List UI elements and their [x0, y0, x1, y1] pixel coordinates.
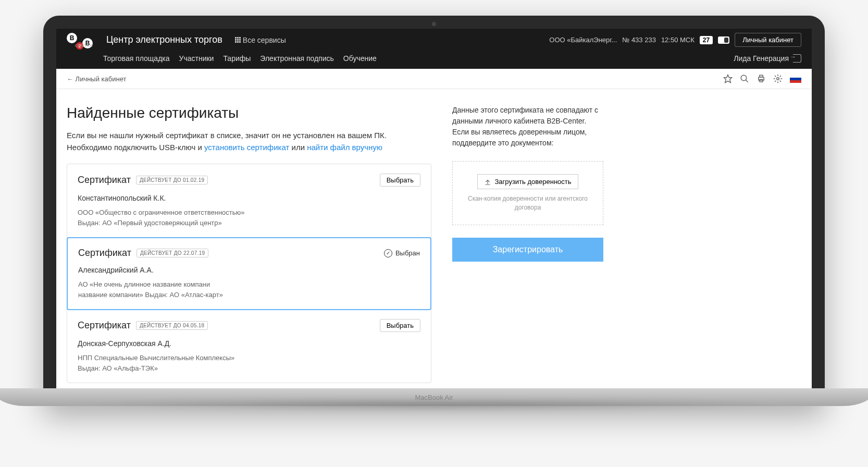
logo-subtext: CENTER [75, 44, 93, 47]
cert-person: Донская-Серпуховская А.Д. [78, 339, 420, 348]
warning-text: Данные этого сертификата не совпадают с … [452, 105, 603, 149]
cert-validity-badge: ДЕЙСТВУЕТ ДО 04.05.18 [136, 321, 208, 330]
svg-point-6 [777, 78, 779, 80]
time-label: 12:50 МСК [661, 36, 695, 44]
certificate-card[interactable]: Сертификат ДЕЙСТВУЕТ ДО 01.02.19 Выбрать… [67, 164, 431, 238]
search-icon[interactable] [740, 74, 749, 83]
cert-details: АО «Не очень длинное название компани на… [78, 279, 420, 300]
register-button[interactable]: Зарегистрировать [452, 238, 603, 262]
svg-point-1 [741, 75, 747, 81]
app-title: Центр электронных торгов [106, 34, 222, 45]
flag-ru-icon[interactable] [790, 75, 801, 83]
app-header: B B 2 CENTER Центр электронных торгов Вс… [56, 29, 812, 69]
nav-item-participants[interactable]: Участники [179, 54, 214, 63]
counter-badge[interactable]: 27 [700, 36, 713, 44]
svg-marker-0 [724, 75, 732, 83]
laptop-frame: MacBook Air [0, 388, 868, 406]
upload-dropzone[interactable]: Загрузить доверенность Скан-копия довере… [452, 161, 603, 225]
selected-indicator: ✓ Выбран [384, 249, 420, 257]
logo-letter: B [67, 33, 77, 43]
upload-icon [484, 178, 491, 186]
user-name[interactable]: Лида Генерация [734, 54, 789, 63]
nav-item-training[interactable]: Обучение [343, 54, 377, 63]
select-button[interactable]: Выбрать [380, 174, 420, 187]
cert-validity-badge: ДЕЙСТВУЕТ ДО 01.02.19 [136, 176, 208, 185]
company-name[interactable]: ООО «БайкалЭнерг... [549, 36, 617, 44]
breadcrumb[interactable]: ← Личный кабинет [67, 75, 126, 83]
certificate-card[interactable]: Сертификат ДЕЙСТВУЕТ ДО 04.05.18 Выбрать… [67, 310, 431, 383]
all-services-link[interactable]: Все сервисы [235, 36, 286, 44]
nav-item-tariffs[interactable]: Тарифы [223, 54, 251, 63]
cert-person: Константинопольский К.К. [78, 194, 420, 202]
cert-details: НПП Специальные Вычислительные Комплексы… [78, 353, 420, 373]
check-icon: ✓ [384, 249, 392, 257]
star-icon[interactable] [723, 74, 733, 83]
nav-item-signature[interactable]: Электронная подпись [260, 54, 333, 63]
cert-validity-badge: ДЕЙСТВУЕТ ДО 22.07.19 [137, 249, 208, 257]
cert-details: ООО «Общество с ограниченное ответственн… [78, 207, 420, 228]
upload-hint: Скан-копия доверенности или агентского д… [461, 194, 594, 212]
cert-title: Сертификат [78, 248, 131, 259]
logout-icon[interactable] [793, 54, 801, 63]
cert-title: Сертификат [78, 320, 131, 331]
page-title: Найденные сертификаты [67, 105, 431, 121]
grid-icon [235, 37, 241, 43]
select-button[interactable]: Выбрать [380, 319, 420, 332]
main-nav: Торговая площадка Участники Тарифы Элект… [56, 51, 812, 69]
certificate-list: Сертификат ДЕЙСТВУЕТ ДО 01.02.19 Выбрать… [67, 164, 431, 383]
find-file-link[interactable]: найти файл вручную [307, 143, 382, 152]
cert-title: Сертификат [78, 175, 131, 186]
intro-text: Если вы не нашли нужный сертификат в спи… [67, 130, 431, 153]
nav-item-trading[interactable]: Торговая площадка [103, 54, 170, 63]
cert-person: Александрийский А.А. [78, 266, 420, 274]
print-icon[interactable] [757, 74, 766, 83]
upload-button[interactable]: Загрузить доверенность [477, 174, 578, 189]
account-number: № 433 233 [622, 36, 656, 44]
gear-icon[interactable] [773, 74, 783, 83]
cabinet-button[interactable]: Личный кабинет [735, 33, 801, 47]
toggle-icon[interactable] [718, 36, 729, 44]
certificate-card-selected[interactable]: Сертификат ДЕЙСТВУЕТ ДО 22.07.19 ✓ Выбра… [67, 237, 431, 310]
install-cert-link[interactable]: установить сертификат [204, 143, 289, 152]
toolbar: ← Личный кабинет [56, 69, 812, 89]
svg-rect-4 [760, 75, 763, 77]
svg-line-2 [746, 80, 748, 82]
